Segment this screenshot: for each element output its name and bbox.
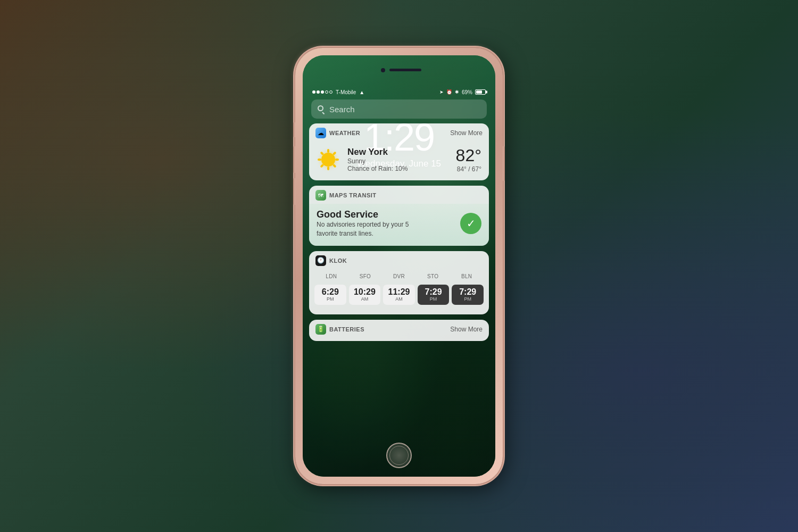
search-placeholder: Search xyxy=(329,105,355,114)
status-right: ➤ ⏰ ✱ 69% xyxy=(439,89,486,95)
maps-header-left: 🗺 MAPS TRANSIT xyxy=(315,190,377,201)
weather-widget-header: ☁ WEATHER Show More xyxy=(309,123,489,142)
klok-city-name-sfo: SFO xyxy=(348,273,383,279)
weather-sun-icon xyxy=(317,148,340,171)
weather-condition: Sunny xyxy=(347,157,448,165)
weather-info: New York Sunny Chance of Rain: 10% xyxy=(347,147,448,172)
klok-ampm-sfo: AM xyxy=(351,296,379,302)
search-bar[interactable]: Search xyxy=(311,99,487,119)
weather-rain-chance: Chance of Rain: 10% xyxy=(347,165,448,172)
battery-tip xyxy=(486,91,487,94)
klok-time-box-dvr: 11:29 AM xyxy=(383,285,415,305)
maps-widget-title: MAPS TRANSIT xyxy=(329,192,377,198)
battery-percentage: 69% xyxy=(462,89,472,95)
klok-time-value-ldn: 6:29 xyxy=(317,288,344,296)
battery-icon xyxy=(475,89,486,95)
maps-app-icon: 🗺 xyxy=(315,190,326,201)
weather-temp-range: 84° / 67° xyxy=(456,165,481,173)
weather-show-more[interactable]: Show More xyxy=(450,129,483,137)
klok-ampm-dvr: AM xyxy=(385,296,413,302)
volume-up-button[interactable] xyxy=(293,146,295,173)
home-button[interactable] xyxy=(386,443,412,468)
klok-ampm-ldn: PM xyxy=(317,296,344,302)
weather-app-icon: ☁ xyxy=(315,128,326,138)
maps-check-icon: ✓ xyxy=(460,213,481,234)
maps-widget-header: 🗺 MAPS TRANSIT xyxy=(309,186,489,204)
maps-transit-widget[interactable]: 🗺 MAPS TRANSIT Good Service No advisorie… xyxy=(309,186,489,246)
klok-app-icon: 🕐 xyxy=(315,255,326,266)
maps-service-desc: No advisories reported by your 5 favorit… xyxy=(317,220,423,238)
klok-time-bln: 7:29 PM xyxy=(452,282,484,305)
signal-dot-4 xyxy=(325,90,328,94)
batteries-header-left: 🔋 BATTERIES xyxy=(315,324,364,335)
klok-city-names-row: LDN SFO DVR STO xyxy=(314,273,484,279)
search-icon xyxy=(318,105,325,113)
weather-city: New York xyxy=(347,147,448,157)
widgets-wrapper: Search ☁ WEATHER Show More xyxy=(303,55,495,477)
earpiece xyxy=(389,69,421,71)
klok-header-left: 🕐 KLOK xyxy=(315,255,347,266)
klok-time-sfo: 10:29 AM xyxy=(349,282,381,305)
klok-time-box-bln: 7:29 PM xyxy=(452,285,484,305)
weather-temp-main: 82° xyxy=(456,146,481,165)
signal-dot-3 xyxy=(321,90,324,94)
klok-city-dvr: DVR xyxy=(382,273,416,279)
klok-city-sfo: SFO xyxy=(348,273,383,279)
alarm-icon: ⏰ xyxy=(446,89,452,95)
klok-time-box-sfo: 10:29 AM xyxy=(349,285,381,305)
klok-ampm-sto: PM xyxy=(420,296,447,302)
wifi-icon: ▲ xyxy=(359,89,364,95)
klok-city-name-dvr: DVR xyxy=(382,273,416,279)
batteries-widget-title: BATTERIES xyxy=(329,326,364,332)
klok-time-box-ldn: 6:29 PM xyxy=(314,285,346,305)
klok-time-boxes-row: 6:29 PM 10:29 AM xyxy=(314,282,484,305)
klok-city-name-ldn: LDN xyxy=(314,273,348,279)
phone-top-bar xyxy=(303,55,495,85)
klok-widget[interactable]: 🕐 KLOK LDN SFO xyxy=(309,251,489,314)
klok-time-value-dvr: 11:29 xyxy=(385,288,413,296)
sun-core xyxy=(321,153,335,167)
klok-time-dvr: 11:29 AM xyxy=(383,282,415,305)
batteries-show-more[interactable]: Show More xyxy=(450,326,483,333)
klok-time-ldn: 6:29 PM xyxy=(314,282,346,305)
volume-down-button[interactable] xyxy=(293,178,295,205)
maps-service-info: Good Service No advisories reported by y… xyxy=(317,209,460,238)
phone-device: T-Mobile ▲ ➤ ⏰ ✱ 69% 1:29 Wednesday, Jun… xyxy=(295,48,503,484)
home-button-inner xyxy=(389,446,409,465)
klok-city-ldn: LDN xyxy=(314,273,348,279)
maps-content: Good Service No advisories reported by y… xyxy=(309,204,489,246)
weather-widget-title: WEATHER xyxy=(329,130,360,136)
carrier-label: T-Mobile xyxy=(336,89,356,95)
signal-dot-5 xyxy=(329,90,332,94)
silent-button[interactable] xyxy=(293,122,295,137)
widgets-scroll-area[interactable]: ☁ WEATHER Show More xyxy=(309,123,489,438)
batteries-app-icon: 🔋 xyxy=(315,324,326,335)
klok-time-value-sto: 7:29 xyxy=(420,288,447,296)
signal-dot-2 xyxy=(317,90,320,94)
weather-widget[interactable]: ☁ WEATHER Show More xyxy=(309,123,489,180)
weather-content: New York Sunny Chance of Rain: 10% 82° 8… xyxy=(309,142,489,180)
klok-city-name-sto: STO xyxy=(416,273,450,279)
klok-widget-title: KLOK xyxy=(329,257,347,264)
klok-time-sto: 7:29 PM xyxy=(418,282,450,305)
phone-screen: T-Mobile ▲ ➤ ⏰ ✱ 69% 1:29 Wednesday, Jun… xyxy=(303,55,495,477)
maps-service-row: Good Service No advisories reported by y… xyxy=(317,209,481,238)
batteries-widget-header: 🔋 BATTERIES Show More xyxy=(309,320,489,338)
klok-city-sto: STO xyxy=(416,273,450,279)
klok-time-value-bln: 7:29 xyxy=(454,288,481,296)
power-button[interactable] xyxy=(503,146,505,181)
location-icon: ➤ xyxy=(439,89,444,95)
klok-widget-header: 🕐 KLOK xyxy=(309,251,489,269)
klok-content: LDN SFO DVR STO xyxy=(309,269,489,314)
weather-header-left: ☁ WEATHER xyxy=(315,128,360,138)
front-camera xyxy=(381,68,385,72)
batteries-widget[interactable]: 🔋 BATTERIES Show More xyxy=(309,320,489,341)
signal-dot-1 xyxy=(312,90,315,94)
status-bar: T-Mobile ▲ ➤ ⏰ ✱ 69% xyxy=(303,85,495,99)
klok-city-bln: BLN xyxy=(450,273,484,279)
klok-city-name-bln: BLN xyxy=(450,273,484,279)
weather-temperature: 82° 84° / 67° xyxy=(456,146,481,173)
klok-ampm-bln: PM xyxy=(454,296,481,302)
status-left: T-Mobile ▲ xyxy=(312,89,364,95)
klok-time-value-sfo: 10:29 xyxy=(351,288,379,296)
